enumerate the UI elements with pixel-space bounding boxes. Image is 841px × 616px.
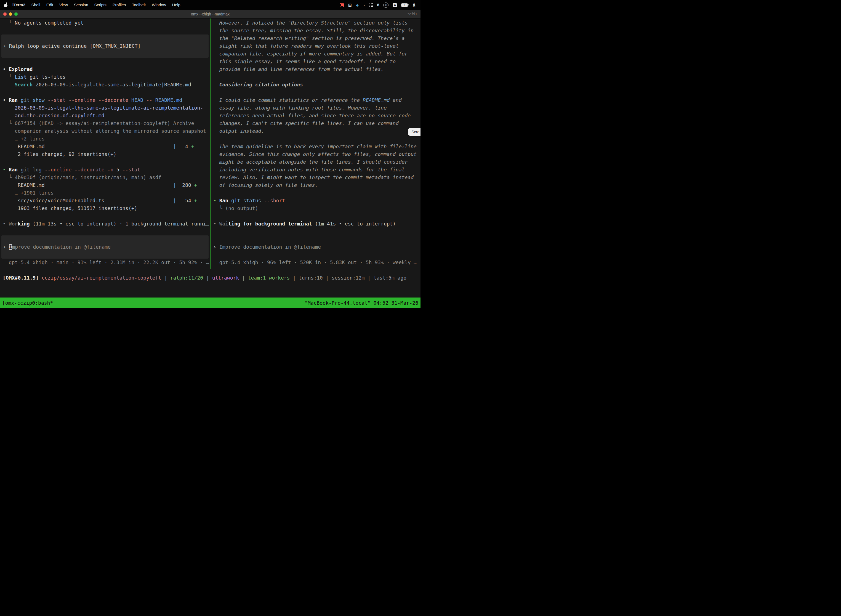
menu-profiles[interactable]: Profiles: [110, 3, 129, 7]
menu-view[interactable]: View: [56, 3, 71, 7]
blank-line: [211, 228, 420, 235]
text-segment: Considering citation options: [213, 82, 303, 88]
text-segment: 1903 files changed, 513517 insertions(+): [3, 205, 138, 211]
text-segment: evidence. Since this change only affects…: [213, 151, 417, 157]
text-segment: --stat --oneline --decorate: [48, 97, 129, 103]
ran-git-status: • Ran git status --short: [211, 197, 420, 204]
right-pane[interactable]: However, I noticed the "Directory Struct…: [211, 19, 420, 269]
stat-summary-92: 2 files changed, 92 insertions(+): [0, 150, 210, 158]
figure-eight-icon[interactable]: 8: [377, 3, 379, 7]
screen-recording-icon[interactable]: [340, 3, 344, 7]
gauge-icon[interactable]: .61: [383, 3, 388, 8]
text-segment: •: [3, 167, 9, 173]
blank-line: [211, 89, 420, 96]
reasoning-line: However, I noticed the "Directory Struct…: [211, 19, 420, 27]
text-segment: references need actual files, and since …: [213, 113, 410, 119]
text-segment: session:12m: [332, 275, 365, 281]
text-segment: 2 files changed, 92 insertions(+): [3, 151, 116, 157]
stat-readme-4: README.md| 4 +: [0, 143, 210, 150]
ralph-loop-banner: › Ralph loop active continue [OMX_TMUX_I…: [1, 35, 209, 58]
blue-app-icon[interactable]: ◆: [356, 3, 359, 7]
text-segment: output instead.: [213, 128, 264, 134]
stat-summary-513517: 1903 files changed, 513517 insertions(+): [0, 204, 210, 212]
blank-line: [211, 189, 420, 197]
text-segment: cczip/essay/ai-reimplementation-copyleft: [42, 275, 161, 281]
text-segment: •: [3, 66, 9, 72]
screen-sharing-badge[interactable]: Scre: [408, 128, 420, 136]
dark-app-icon[interactable]: ◑: [363, 3, 365, 7]
text-segment: review. Also, I might want to inspect th…: [213, 175, 413, 180]
text-segment: README.md: [3, 144, 45, 149]
reasoning-line: references need actual files, and since …: [211, 112, 420, 119]
commit-067f154-cont: companion analysis without altering the …: [0, 127, 210, 135]
text-segment: README.md: [155, 97, 182, 103]
text-segment: 5: [113, 167, 123, 173]
reasoning-line: including verification notes with those …: [211, 166, 420, 174]
reasoning-line: provide file and line references from th…: [211, 65, 420, 73]
window-title: omx --xhigh --madmax: [0, 10, 420, 18]
prompt-input[interactable]: › Improve documentation in @filename: [1, 235, 209, 259]
dots-grid-icon[interactable]: [369, 3, 373, 7]
no-agents-line: └ No agents completed yet: [0, 19, 210, 27]
text-segment: •: [3, 97, 9, 103]
battery-icon[interactable]: ϟ: [401, 3, 408, 7]
text-segment: mprove documentation in @filename: [12, 244, 111, 250]
text-segment: [18, 97, 21, 103]
ran-git-show: • Ran git show --stat --oneline --decora…: [0, 96, 210, 104]
reasoning-line: output instead.: [211, 127, 420, 135]
blank-line: [0, 212, 210, 220]
text-cursor: I: [9, 244, 12, 250]
text-segment: |: [239, 275, 248, 281]
text-segment: 2026-03-09-is-legal-the-same-as-legitima…: [32, 82, 191, 88]
commit-4b9d30f-line: └ 4b9d30f (origin/main, instructkr/main,…: [0, 174, 210, 181]
titlebar: omx --xhigh --madmax ⌥⌘1: [0, 10, 420, 19]
text-segment: [3, 82, 15, 88]
prompt-input[interactable]: › Improve documentation in @filename: [211, 243, 420, 251]
text-segment: --oneline --decorate -n: [45, 167, 113, 173]
explored-search-line: Search 2026-03-09-is-legal-the-same-as-l…: [0, 81, 210, 89]
menu-edit[interactable]: Edit: [43, 3, 56, 7]
text-segment: companion file, especially if more comme…: [213, 51, 407, 57]
text-segment: [128, 97, 131, 103]
menu-shell[interactable]: Shell: [28, 3, 43, 7]
text-segment: git status: [231, 198, 261, 203]
text-segment: | 54: [173, 198, 194, 203]
wifi-icon[interactable]: ≫: [412, 3, 416, 7]
text-segment: | 4: [173, 144, 191, 149]
text-segment: gpt-5.4 xhigh · 96% left · 520K in · 5.8…: [213, 260, 417, 265]
left-pane[interactable]: └ No agents completed yet› Ralph loop ac…: [0, 19, 210, 269]
text-segment: Search: [15, 82, 32, 88]
reasoning-line: I could cite commit statistics or refere…: [211, 96, 420, 104]
explored-list-line: └ List git ls-files: [0, 73, 210, 81]
blank-line: [0, 158, 210, 166]
commit-067f154-line: └ 067f154 (HEAD -> essay/ai-reimplementa…: [0, 119, 210, 127]
grid-icon[interactable]: ⊞: [348, 3, 352, 8]
menu-help[interactable]: Help: [169, 3, 183, 7]
menubar-status-icons: ⊞◆◑8.61Aϟ≫: [340, 3, 420, 8]
menu-session[interactable]: Session: [71, 3, 91, 7]
blank-line: [0, 89, 210, 96]
menu-scripts[interactable]: Scripts: [91, 3, 110, 7]
window-shortcut: ⌥⌘1: [407, 10, 417, 18]
text-segment: this single essay, it seems like a good …: [213, 59, 396, 64]
text-segment: README.md: [363, 97, 390, 103]
git-show-file-line-2: and-the-erosion-of-copyleft.md: [0, 112, 210, 119]
text-segment: HEAD: [131, 97, 143, 103]
text-segment: └: [3, 74, 15, 80]
model-status-line: gpt-5.4 xhigh · main · 91% left · 2.31M …: [0, 259, 210, 266]
text-segment: (1m 41s • esc to interrupt): [312, 221, 396, 227]
blank-line: [0, 228, 210, 235]
blank-line: [211, 251, 420, 259]
blank-line: [0, 27, 210, 35]
reasoning-line: review. Also, I might want to inspect th…: [211, 174, 420, 181]
input-source-icon[interactable]: A: [393, 3, 397, 7]
text-segment: [152, 97, 155, 103]
menu-iterm2[interactable]: iTerm2: [9, 3, 28, 7]
reasoning-line: essay file, along with finding root file…: [211, 104, 420, 112]
menu-toolbelt[interactable]: Toolbelt: [129, 3, 149, 7]
menu-window[interactable]: Window: [149, 3, 169, 7]
text-segment: |: [161, 275, 170, 281]
text-segment: the source tree, missing the essay. Stil…: [213, 28, 413, 34]
text-segment: provide file and line references from th…: [213, 66, 384, 72]
apple-menu-icon[interactable]: [4, 3, 8, 7]
